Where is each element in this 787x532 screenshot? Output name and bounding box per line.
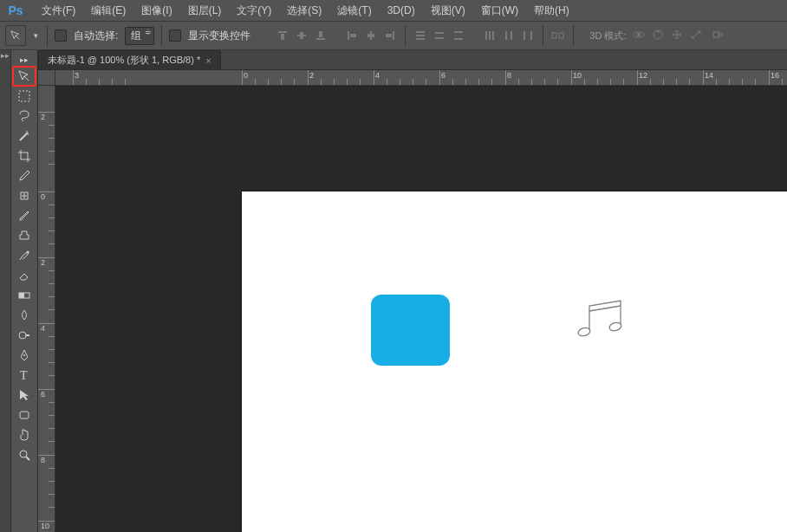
- menu-window[interactable]: 窗口(W): [474, 2, 525, 20]
- menu-file[interactable]: 文件(F): [35, 2, 82, 20]
- distribute-left-icon[interactable]: [482, 28, 498, 43]
- eraser-tool[interactable]: [13, 266, 36, 285]
- menu-edit[interactable]: 编辑(E): [84, 2, 133, 20]
- ruler-h-label: 8: [507, 71, 511, 80]
- menu-select[interactable]: 选择(S): [280, 2, 328, 20]
- lasso-tool[interactable]: [13, 107, 36, 126]
- ruler-v-label: 6: [41, 390, 45, 399]
- clone-stamp-tool[interactable]: [13, 226, 36, 245]
- rounded-rectangle-shape[interactable]: [371, 295, 450, 366]
- expand-panels-icon[interactable]: ▸▸: [1, 51, 10, 60]
- eyedropper-tool[interactable]: [13, 166, 36, 185]
- svg-point-35: [27, 251, 29, 254]
- separator: [405, 25, 406, 46]
- blur-tool[interactable]: [13, 306, 36, 325]
- svg-rect-15: [435, 32, 444, 34]
- history-brush-tool[interactable]: [13, 246, 36, 265]
- type-tool[interactable]: T: [13, 366, 36, 385]
- align-bottom-icon[interactable]: [313, 28, 328, 43]
- auto-select-dropdown[interactable]: 组: [125, 27, 154, 45]
- document-tabbar: 未标题-1 @ 100% (形状 1, RGB/8) * ×: [38, 50, 787, 70]
- marquee-tool[interactable]: [13, 87, 36, 106]
- svg-rect-20: [489, 31, 491, 40]
- ruler-v-label: 2: [41, 113, 45, 121]
- ruler-vertical[interactable]: 2024681012: [38, 86, 55, 532]
- menu-layer[interactable]: 图层(L): [181, 2, 229, 20]
- svg-rect-14: [416, 38, 425, 40]
- path-selection-tool[interactable]: [13, 386, 36, 405]
- menu-view[interactable]: 视图(V): [424, 2, 472, 20]
- tools-collapse-icon[interactable]: ▸▸: [13, 54, 36, 66]
- orbit-3d-icon[interactable]: [632, 29, 646, 42]
- menu-image[interactable]: 图像(I): [134, 2, 179, 20]
- app-logo: Ps: [5, 3, 26, 18]
- separator: [573, 25, 574, 46]
- pen-tool[interactable]: [13, 346, 36, 365]
- svg-rect-33: [19, 91, 29, 101]
- svg-rect-6: [348, 31, 349, 40]
- ruler-origin[interactable]: [38, 70, 55, 86]
- svg-rect-19: [485, 31, 487, 40]
- svg-rect-34: [21, 192, 28, 199]
- canvas-with-rulers: 302468101214161820 2024681012: [38, 70, 787, 532]
- distribute-right-icon[interactable]: [520, 28, 536, 43]
- svg-rect-0: [278, 31, 287, 33]
- document-tab[interactable]: 未标题-1 @ 100% (形状 1, RGB/8) * ×: [38, 50, 221, 69]
- svg-point-43: [577, 327, 591, 337]
- ruler-horizontal[interactable]: 302468101214161820: [55, 70, 787, 86]
- panel-collapse-strip[interactable]: ▸▸: [0, 50, 11, 532]
- zoom-tool[interactable]: [13, 445, 36, 464]
- menu-filter[interactable]: 滤镜(T): [330, 2, 378, 20]
- distribute-bottom-icon[interactable]: [451, 28, 466, 43]
- distribute-group-2: [482, 28, 536, 43]
- menu-help[interactable]: 帮助(H): [527, 2, 576, 20]
- separator: [161, 25, 162, 46]
- distribute-top-icon[interactable]: [413, 28, 428, 43]
- ruler-h-label: 6: [441, 71, 446, 80]
- healing-brush-tool[interactable]: [13, 186, 36, 205]
- menu-type[interactable]: 文字(Y): [230, 2, 278, 20]
- tools-panel: ▸▸: [11, 50, 38, 532]
- distribute-vcenter-icon[interactable]: [432, 28, 447, 43]
- menubar: Ps 文件(F) 编辑(E) 图像(I) 图层(L) 文字(Y) 选择(S) 滤…: [0, 0, 787, 21]
- hand-tool[interactable]: [13, 425, 36, 444]
- align-top-icon[interactable]: [275, 28, 290, 43]
- show-transform-checkbox[interactable]: [169, 29, 181, 42]
- dodge-tool[interactable]: [13, 326, 36, 345]
- ruler-v-label: 2: [41, 258, 45, 267]
- mode-3d-group: 3D 模式:: [589, 29, 723, 42]
- auto-align-icon[interactable]: [550, 28, 566, 43]
- crop-tool[interactable]: [13, 146, 36, 165]
- distribute-hcenter-icon[interactable]: [501, 28, 517, 43]
- magic-wand-tool[interactable]: [13, 127, 36, 146]
- menu-3d[interactable]: 3D(D): [380, 3, 422, 18]
- align-hcenter-icon[interactable]: [363, 28, 379, 43]
- align-right-icon[interactable]: [382, 28, 398, 43]
- tool-dropdown-icon[interactable]: ▾: [31, 31, 40, 40]
- ruler-v-label: 10: [41, 522, 49, 530]
- svg-point-32: [719, 33, 723, 36]
- ruler-h-label: 0: [244, 71, 248, 80]
- align-vcenter-icon[interactable]: [294, 28, 309, 43]
- ruler-h-label: 4: [375, 71, 380, 80]
- pan-3d-icon[interactable]: [670, 29, 684, 42]
- close-tab-icon[interactable]: ×: [205, 55, 211, 66]
- move-tool[interactable]: [13, 67, 36, 86]
- canvas-viewport[interactable]: [55, 86, 787, 532]
- ruler-h-label: 16: [771, 71, 779, 80]
- slide-3d-icon[interactable]: [689, 29, 703, 42]
- brush-tool[interactable]: [13, 206, 36, 225]
- show-transform-label: 显示变换控件: [186, 29, 252, 43]
- document-area: 未标题-1 @ 100% (形状 1, RGB/8) * × 302468101…: [38, 50, 787, 532]
- roll-3d-icon[interactable]: [651, 29, 665, 42]
- svg-point-29: [637, 33, 641, 36]
- canvas[interactable]: [242, 191, 787, 532]
- scale-3d-icon[interactable]: [708, 29, 724, 42]
- music-note-shape[interactable]: [577, 295, 629, 345]
- auto-select-checkbox[interactable]: [55, 29, 67, 42]
- align-left-icon[interactable]: [344, 28, 360, 43]
- ruler-h-label: 2: [309, 71, 314, 80]
- workspace: ▸▸ ▸▸: [0, 50, 787, 532]
- rectangle-shape-tool[interactable]: [13, 405, 36, 425]
- gradient-tool[interactable]: [13, 286, 36, 305]
